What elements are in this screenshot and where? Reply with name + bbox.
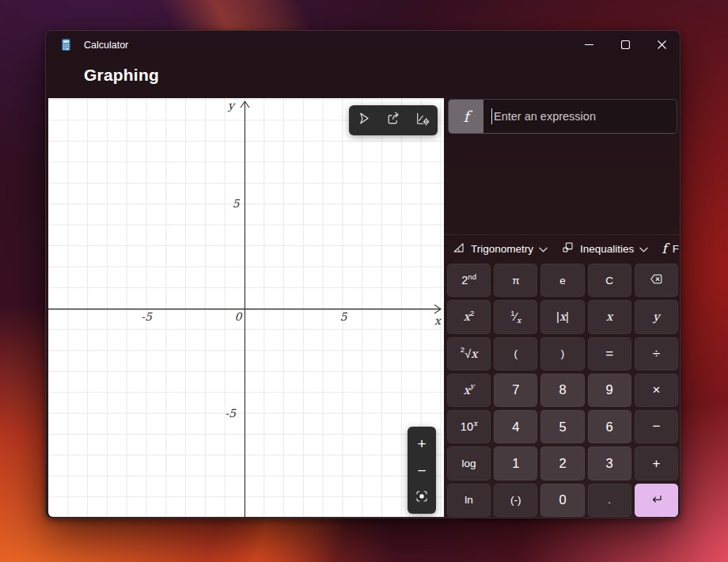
share-icon (385, 111, 401, 130)
key-equals[interactable]: = (588, 337, 631, 370)
key-5[interactable]: 5 (540, 410, 584, 443)
key-y-label: y (653, 310, 659, 323)
key-absolute-value[interactable]: |x| (540, 300, 584, 333)
key-x-label: x (606, 310, 612, 323)
inequalities-button[interactable]: Inequalities (561, 241, 648, 256)
page-title: Graphing (84, 66, 159, 89)
tick-label: -5 (225, 407, 236, 420)
key-x-squared[interactable]: x2 (447, 300, 491, 333)
tick-label: -5 (141, 310, 152, 323)
trigonometry-button[interactable]: Trigonometry (452, 241, 548, 256)
key-10-power-x-label: 10x (461, 420, 478, 433)
key-x-power-y-label: xy (464, 384, 475, 397)
window-title: Calculator (84, 31, 128, 59)
key-multiply[interactable]: × (635, 374, 678, 407)
key-negate[interactable]: (-) (494, 484, 537, 517)
key-close-paren[interactable]: ) (540, 337, 584, 370)
squares-icon (561, 241, 574, 256)
key-0[interactable]: 0 (540, 484, 584, 517)
backspace-icon (649, 272, 664, 289)
functions-button[interactable]: fF (662, 241, 679, 256)
function-symbol: f (463, 108, 468, 125)
zoom-panel: + − (408, 427, 436, 514)
key-pi[interactable]: π (494, 264, 537, 297)
axes (48, 98, 444, 517)
maximize-button[interactable] (607, 31, 643, 59)
key-9[interactable]: 9 (588, 374, 631, 407)
key-absolute-value-label: |x| (556, 310, 569, 323)
key-clear[interactable]: C (588, 264, 631, 297)
key-6[interactable]: 6 (588, 410, 631, 443)
minimize-icon (585, 38, 593, 52)
key-euler[interactable]: e (540, 264, 584, 297)
key-4[interactable]: 4 (494, 410, 537, 443)
chevron-down-icon (539, 243, 548, 255)
key-3[interactable]: 3 (588, 446, 631, 480)
key-plus[interactable]: + (635, 446, 678, 480)
close-icon (658, 38, 666, 52)
key-backspace[interactable] (635, 264, 678, 297)
zoom-out-button[interactable]: − (411, 461, 433, 480)
triangle-icon (452, 241, 465, 256)
function-categories: TrigonometryInequalitiesfF (446, 235, 681, 262)
key-divide[interactable]: ÷ (635, 337, 678, 370)
titlebar[interactable]: Calculator (46, 31, 680, 59)
key-x[interactable]: x (588, 300, 631, 333)
key-x-squared-label: x2 (464, 310, 474, 323)
key-7[interactable]: 7 (494, 374, 537, 407)
functions-label: F (673, 243, 679, 255)
key-ln[interactable]: ln (447, 484, 491, 517)
function-icon: f (662, 241, 666, 256)
close-button[interactable] (643, 31, 680, 59)
minimize-button[interactable] (571, 31, 607, 59)
key-x-power-y[interactable]: xy (447, 374, 491, 407)
text-caret (491, 108, 492, 124)
key-reciprocal[interactable]: 1⁄x (494, 300, 537, 333)
key-8[interactable]: 8 (540, 374, 584, 407)
function-prefix-badge: f (449, 100, 483, 133)
key-2[interactable]: 2 (540, 446, 584, 480)
graph-in-view-button[interactable] (411, 488, 433, 507)
key-decimal[interactable]: . (588, 484, 631, 517)
key-reciprocal-label: 1⁄x (510, 310, 521, 323)
graph-options-icon (415, 111, 430, 130)
key-1[interactable]: 1 (494, 446, 537, 480)
key-2nd[interactable]: 2nd (447, 264, 491, 297)
graph-toolbar (349, 105, 438, 135)
key-minus[interactable]: − (635, 410, 678, 443)
axis-letter: x (434, 314, 441, 327)
maximize-icon (621, 38, 630, 52)
trace-icon (356, 111, 372, 130)
zoom-in-button[interactable]: + (411, 434, 433, 453)
graph-canvas[interactable]: -505x5-5y + − (48, 98, 444, 517)
graph-in-view-icon (415, 489, 429, 506)
keypad: 2ndπeCx21⁄x|x|xy2√x()=÷xy789×10x456−log1… (447, 264, 678, 517)
axis-letter: y (228, 99, 234, 112)
calculator-app-icon (59, 38, 73, 51)
key-square-root[interactable]: 2√x (447, 337, 491, 370)
key-2nd-label: 2nd (461, 274, 476, 287)
trigonometry-label: Trigonometry (471, 243, 533, 255)
key-open-paren[interactable]: ( (494, 337, 537, 370)
desktop: { "window": { "title": "Calculator" }, "… (0, 0, 728, 562)
key-10-power-x[interactable]: 10x (447, 410, 491, 443)
key-log[interactable]: log (447, 446, 491, 480)
graph-options-button[interactable] (410, 108, 435, 132)
key-enter[interactable] (635, 484, 678, 517)
calculator-window: Calculator Graphing -505x5-5y + − (45, 30, 681, 518)
tick-label: 5 (340, 310, 347, 323)
expression-input[interactable]: f Enter an expression (448, 99, 677, 134)
chevron-down-icon (639, 243, 648, 255)
tick-label: 0 (235, 310, 242, 323)
inequalities-label: Inequalities (580, 243, 634, 255)
expression-placeholder: Enter an expression (494, 110, 596, 123)
key-y[interactable]: y (635, 300, 678, 333)
share-button[interactable] (381, 108, 406, 132)
tick-label: 5 (233, 197, 240, 210)
enter-icon (649, 492, 664, 509)
key-square-root-label: 2√x (461, 347, 477, 360)
trace-button[interactable] (351, 108, 377, 132)
